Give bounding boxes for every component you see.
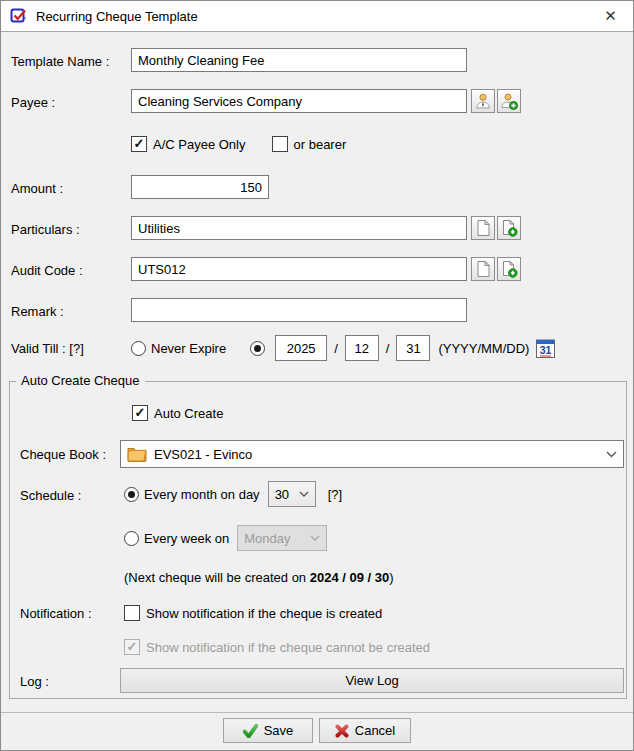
particulars-input[interactable] xyxy=(131,216,467,240)
cancel-button[interactable]: Cancel xyxy=(319,718,411,743)
monthly-day-dropdown[interactable]: 30 xyxy=(268,481,316,507)
schedule-monthly-row: Every month on day 30 [?] xyxy=(124,481,342,507)
person-icon xyxy=(474,92,492,110)
payee-label: Payee : xyxy=(11,95,55,110)
amount-input[interactable] xyxy=(131,175,269,199)
auto-create-cheque-group: Auto Create Cheque Auto Create Cheque Bo… xyxy=(9,381,627,699)
valid-till-day-input[interactable] xyxy=(396,335,430,361)
notify-created-label: Show notification if the cheque is creat… xyxy=(146,606,382,621)
close-button[interactable]: ✕ xyxy=(588,1,633,31)
expire-date-radio[interactable] xyxy=(250,341,265,356)
template-name-input[interactable] xyxy=(131,48,467,72)
chevron-down-icon xyxy=(310,535,320,541)
audit-code-input[interactable] xyxy=(131,257,467,281)
log-label: Log : xyxy=(20,674,49,689)
auto-create-label: Auto Create xyxy=(154,406,223,421)
save-button[interactable]: Save xyxy=(223,718,313,743)
notification-label: Notification : xyxy=(20,606,92,621)
date-format-hint: (YYYY/MM/DD) xyxy=(438,341,529,356)
auto-create-row: Auto Create xyxy=(132,404,223,422)
payee-input[interactable] xyxy=(131,89,467,113)
valid-till-year-input[interactable] xyxy=(275,335,327,361)
notify-created-row: Show notification if the cheque is creat… xyxy=(124,604,382,622)
every-month-radio[interactable] xyxy=(124,487,139,502)
calendar-picker-icon[interactable]: 31 xyxy=(535,338,556,359)
chevron-down-icon xyxy=(299,491,309,497)
next-cheque-note-prefix: (Next cheque will be created on xyxy=(124,570,310,585)
valid-till-month-input[interactable] xyxy=(345,335,379,361)
particulars-label: Particulars : xyxy=(11,222,80,237)
next-cheque-date: 2024 / 09 / 30 xyxy=(310,570,390,585)
document-add-icon xyxy=(500,219,518,237)
footer-separator xyxy=(1,712,634,713)
save-check-icon xyxy=(243,724,258,738)
document-add-icon xyxy=(500,260,518,278)
template-name-label: Template Name : xyxy=(11,54,109,69)
valid-till-row: Never Expire / / (YYYY/MM/DD) 31 xyxy=(131,335,556,361)
recurring-cheque-template-dialog: Recurring Cheque Template ✕ Template Nam… xyxy=(0,0,634,751)
every-week-label: Every week on xyxy=(144,531,229,546)
valid-till-help-link[interactable]: [?] xyxy=(69,341,83,356)
weekly-day-dropdown: Monday xyxy=(237,525,327,551)
schedule-help-link[interactable]: [?] xyxy=(328,487,342,502)
valid-till-label: Valid Till : [?] xyxy=(11,341,84,356)
schedule-label: Schedule : xyxy=(20,488,81,503)
date-separator: / xyxy=(334,341,338,356)
save-button-label: Save xyxy=(264,723,294,738)
titlebar: Recurring Cheque Template ✕ xyxy=(1,1,633,32)
document-icon xyxy=(474,219,492,237)
cheque-book-dropdown[interactable]: EVS021 - Evinco xyxy=(120,440,624,468)
never-expire-label: Never Expire xyxy=(151,341,226,356)
add-audit-code-button[interactable] xyxy=(497,257,521,281)
valid-till-label-text: Valid Till : xyxy=(11,341,66,356)
schedule-weekly-row: Every week on Monday xyxy=(124,525,327,551)
chevron-down-icon xyxy=(606,451,617,458)
select-audit-code-button[interactable] xyxy=(471,257,495,281)
remark-input[interactable] xyxy=(131,298,467,322)
cancel-button-label: Cancel xyxy=(355,723,395,738)
audit-code-label: Audit Code : xyxy=(11,263,83,278)
cheque-book-selected: EVS021 - Evinco xyxy=(154,447,252,462)
amount-label: Amount : xyxy=(11,181,63,196)
folder-icon xyxy=(127,446,147,462)
remark-label: Remark : xyxy=(11,304,64,319)
every-month-label: Every month on day xyxy=(144,487,260,502)
document-icon xyxy=(474,260,492,278)
cancel-x-icon xyxy=(335,724,349,738)
notify-created-checkbox[interactable] xyxy=(124,605,140,621)
view-log-button[interactable]: View Log xyxy=(120,668,624,693)
weekly-day-value: Monday xyxy=(244,531,290,546)
notify-failed-label: Show notification if the cheque cannot b… xyxy=(146,640,430,655)
ac-payee-only-label: A/C Payee Only xyxy=(153,137,246,152)
select-payee-button[interactable] xyxy=(471,89,495,113)
select-particulars-button[interactable] xyxy=(471,216,495,240)
never-expire-radio[interactable] xyxy=(131,341,146,356)
date-separator: / xyxy=(386,341,390,356)
notify-failed-row: Show notification if the cheque cannot b… xyxy=(124,638,430,656)
payee-options-row: A/C Payee Only or bearer xyxy=(131,135,346,153)
app-icon xyxy=(9,6,29,26)
notify-failed-checkbox xyxy=(124,639,140,655)
next-cheque-note: (Next cheque will be created on 2024 / 0… xyxy=(124,570,394,585)
or-bearer-label: or bearer xyxy=(294,137,347,152)
cheque-book-label: Cheque Book : xyxy=(20,447,106,462)
person-add-icon xyxy=(500,92,518,110)
every-week-radio[interactable] xyxy=(124,531,139,546)
window-title: Recurring Cheque Template xyxy=(36,9,198,24)
auto-create-checkbox[interactable] xyxy=(132,405,148,421)
svg-text:31: 31 xyxy=(540,344,552,356)
monthly-day-value: 30 xyxy=(275,487,289,502)
add-payee-button[interactable] xyxy=(497,89,521,113)
ac-payee-only-checkbox[interactable] xyxy=(131,136,147,152)
add-particulars-button[interactable] xyxy=(497,216,521,240)
auto-create-group-title: Auto Create Cheque xyxy=(16,373,145,388)
or-bearer-checkbox[interactable] xyxy=(272,136,288,152)
next-cheque-note-suffix: ) xyxy=(389,570,393,585)
